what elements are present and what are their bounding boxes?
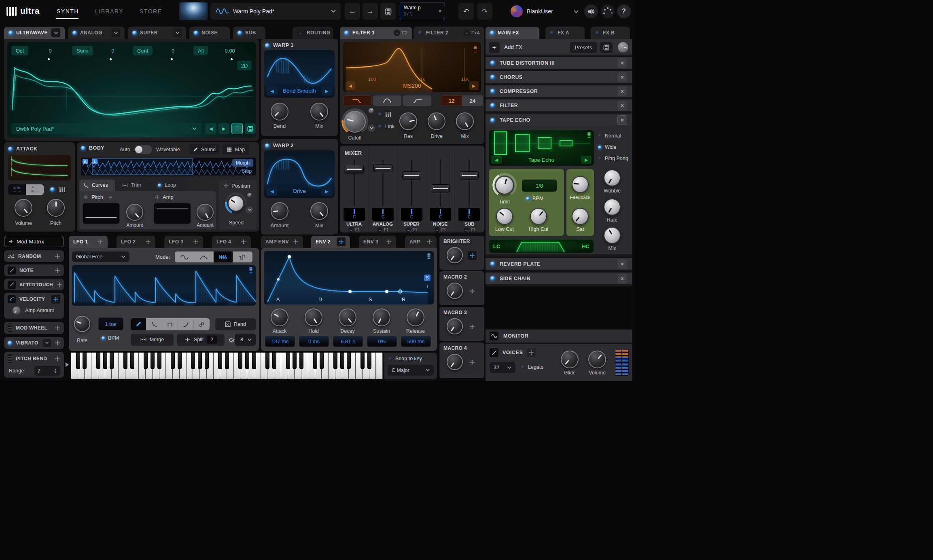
macro3-knob[interactable]: [447, 318, 463, 334]
pan-display[interactable]: C: [430, 208, 451, 221]
nav-tab-synth[interactable]: SYNTH: [57, 8, 79, 15]
filter2-route[interactable]: →FxA: [463, 30, 480, 36]
fx-tab-b[interactable]: FX B: [591, 27, 630, 39]
snap-led[interactable]: [388, 357, 392, 361]
piano-key-black[interactable]: [238, 353, 242, 369]
piano-key-black[interactable]: [130, 353, 134, 369]
body-led[interactable]: [81, 146, 85, 150]
fader-handle[interactable]: [402, 171, 421, 180]
channel-route[interactable]: →F1: [426, 227, 454, 232]
fx-remove-button[interactable]: ×: [617, 87, 627, 96]
move-icon[interactable]: [293, 239, 299, 245]
piano-key-black[interactable]: [245, 353, 249, 369]
lfo-tab-2[interactable]: LFO 2: [117, 236, 155, 248]
warp2-amount-knob[interactable]: [271, 202, 288, 220]
pan-display[interactable]: C: [344, 208, 365, 221]
avatar[interactable]: [511, 5, 523, 17]
move-icon[interactable]: [193, 239, 199, 245]
env-tab-env2[interactable]: ENV 2: [311, 236, 350, 248]
env-release-knob[interactable]: [407, 309, 424, 326]
body-map-button[interactable]: Map: [223, 144, 249, 155]
wave-next-button[interactable]: ▶: [218, 123, 229, 134]
piano-key-black[interactable]: [313, 353, 317, 369]
macro3-move-icon[interactable]: [468, 322, 477, 331]
warp1-mix-knob[interactable]: [310, 103, 328, 120]
fx-item-tube-distortion[interactable]: TUBE DISTORTION III ×: [486, 57, 632, 70]
osc-tab-routing[interactable]: → ROUTING: [293, 27, 333, 39]
tune-value[interactable]: 0: [153, 48, 193, 54]
cutoff-chevron-button[interactable]: [368, 125, 375, 132]
feedback-knob[interactable]: [572, 176, 589, 193]
macro4-knob[interactable]: [447, 354, 463, 370]
warp1-next-button[interactable]: ▶: [321, 87, 332, 95]
mod-source-random[interactable]: RANDOM: [4, 250, 64, 262]
res-knob[interactable]: [399, 112, 417, 130]
piano-key-black[interactable]: [286, 353, 290, 369]
filter-type-lowpass[interactable]: [343, 95, 371, 106]
body-tab-trim[interactable]: Trim: [118, 180, 151, 191]
voices-move-icon[interactable]: [527, 348, 536, 357]
move-icon[interactable]: [55, 356, 60, 361]
tool-link[interactable]: [194, 318, 210, 330]
macro1-knob[interactable]: [447, 247, 463, 263]
filter-type-highpass[interactable]: [403, 95, 431, 106]
piano-key-black[interactable]: [360, 353, 365, 369]
fx-led[interactable]: [490, 75, 495, 79]
stepper-arrows-icon[interactable]: ▲▼: [54, 368, 57, 374]
tape-mix-knob[interactable]: [604, 227, 621, 244]
fx-remove-button[interactable]: ×: [617, 101, 627, 110]
tune-value[interactable]: 0: [93, 48, 133, 54]
amp-curve-display[interactable]: [154, 203, 191, 224]
preset-save-button[interactable]: [380, 3, 396, 20]
move-icon[interactable]: [55, 254, 60, 259]
piano-key-black[interactable]: [144, 353, 148, 369]
osc-tab-super[interactable]: SUPER: [128, 27, 186, 39]
piano-key-black[interactable]: [367, 353, 371, 369]
lfo-mode-points[interactable]: [194, 251, 214, 262]
scale-dropdown[interactable]: C Major: [388, 365, 434, 376]
tape-next-button[interactable]: ▶: [581, 156, 592, 164]
drive-knob[interactable]: [428, 112, 445, 130]
mod-source-vibrato[interactable]: VIBRATO: [4, 337, 64, 349]
move-icon[interactable]: [57, 282, 62, 287]
wave-prev-button[interactable]: ◀: [206, 123, 216, 134]
nav-tab-library[interactable]: LIBRARY: [95, 8, 123, 15]
cutoff-knob[interactable]: [344, 111, 366, 133]
filter2-tab[interactable]: FILTER 2 →FxA: [413, 27, 484, 39]
env2-move-button[interactable]: [337, 237, 346, 246]
wide-led[interactable]: [598, 146, 602, 149]
pan-display[interactable]: C: [458, 208, 480, 221]
attack-led[interactable]: [8, 147, 13, 151]
tape-bpm-toggle[interactable]: BPM: [526, 196, 543, 201]
osc-super-chevron[interactable]: [173, 28, 182, 37]
warp1-bend-knob[interactable]: [271, 103, 288, 120]
tool-ramp[interactable]: [178, 318, 194, 330]
lfo-grid-dropdown[interactable]: 8: [235, 334, 256, 346]
fx-tab-main[interactable]: MAIN FX: [486, 27, 539, 39]
lowcut-knob[interactable]: [496, 208, 513, 225]
tape-echo-display[interactable]: ◀ Tape Echo ▶ ≡≡: [489, 130, 594, 166]
preset-next-button[interactable]: →: [363, 3, 378, 20]
body-tab-curves[interactable]: Curves: [79, 180, 115, 191]
env-marker-s[interactable]: S: [424, 275, 430, 281]
split-value[interactable]: 2: [207, 336, 217, 344]
macro4-move-icon[interactable]: [468, 358, 477, 367]
nav-tab-store[interactable]: STORE: [140, 8, 162, 15]
env-tab-env3[interactable]: ENV 3: [359, 236, 396, 248]
slope-12-button[interactable]: 12: [441, 95, 462, 106]
piano-key-black[interactable]: [272, 353, 276, 369]
normal-led[interactable]: [598, 134, 602, 138]
amp-amount-knob[interactable]: [197, 204, 214, 221]
mod-source-pitchbend[interactable]: PITCH BEND Range 2 ▲▼: [4, 352, 64, 378]
osc-analog-led[interactable]: [72, 31, 77, 35]
move-icon[interactable]: [83, 194, 89, 200]
ultrawave-display[interactable]: Oct 0 Semi 0 Cent 0 All 0.00: [7, 42, 256, 137]
filter-next-button[interactable]: ▶: [469, 81, 479, 90]
fx-item-side-chain[interactable]: SIDE CHAIN ×: [486, 273, 632, 285]
lfo-split-button[interactable]: Split 2: [177, 334, 225, 346]
snap-to-key-toggle[interactable]: Snap to key: [384, 353, 437, 361]
osc-ultrawave-chevron[interactable]: [51, 28, 60, 37]
move-icon[interactable]: [155, 194, 160, 200]
lfo-tab-4[interactable]: LFO 4: [212, 236, 251, 248]
pitchbend-range-stepper[interactable]: 2 ▲▼: [34, 366, 60, 376]
